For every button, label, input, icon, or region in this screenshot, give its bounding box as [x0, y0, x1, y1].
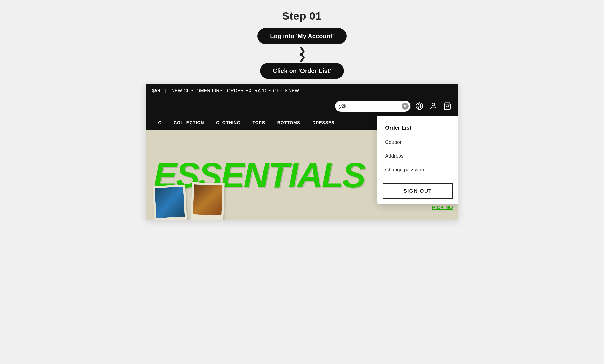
- nav-item-bottoms[interactable]: BOTTOMS: [271, 116, 307, 130]
- hero-photos: [154, 185, 224, 220]
- login-button[interactable]: Log into 'My Account': [257, 28, 347, 44]
- search-bar: ✕: [335, 101, 411, 112]
- nav-item-g[interactable]: G: [152, 116, 168, 130]
- nav-item-collection[interactable]: COLLECTION: [168, 116, 210, 130]
- pick-now-link[interactable]: PICK NO: [432, 205, 453, 210]
- photo-frame-1: [153, 185, 187, 220]
- announcement-price: $59: [152, 88, 160, 94]
- search-input[interactable]: [335, 101, 402, 111]
- photo-image-1: [155, 187, 185, 218]
- nav-item-dresses[interactable]: DRESSES: [306, 116, 341, 130]
- dropdown-change-password[interactable]: Change password: [378, 163, 458, 177]
- photo-image-2: [193, 184, 222, 215]
- sign-out-button[interactable]: SIGN OUT: [383, 183, 453, 199]
- chevron-down-icon: ❯ ❯: [298, 47, 306, 60]
- dropdown-menu: Order List Coupon Address Change passwor…: [378, 116, 458, 204]
- header-icons: [415, 102, 452, 111]
- photo-frame-2: [191, 182, 225, 220]
- dropdown-order-list[interactable]: Order List: [378, 121, 458, 135]
- nav-section: G COLLECTION CLOTHING TOPS BOTTOMS DRESS…: [146, 116, 458, 130]
- search-button[interactable]: [410, 101, 411, 112]
- dropdown-address[interactable]: Address: [378, 149, 458, 163]
- globe-icon[interactable]: [415, 102, 424, 111]
- website-container: $59 | NEW CUSTOMER FIRST ORDER EXTRA 10%…: [146, 84, 458, 220]
- dropdown-coupon[interactable]: Coupon: [378, 135, 458, 149]
- instruction-area: Step 01 Log into 'My Account' ❯ ❯ Click …: [0, 0, 604, 84]
- announcement-message: NEW CUSTOMER FIRST ORDER EXTRA 10% OFF: …: [171, 88, 299, 94]
- announcement-divider: |: [165, 88, 166, 94]
- svg-point-4: [432, 103, 435, 106]
- header: ✕: [146, 98, 458, 116]
- step-title: Step 01: [282, 10, 322, 22]
- user-icon[interactable]: [429, 102, 438, 111]
- announcement-bar: $59 | NEW CUSTOMER FIRST ORDER EXTRA 10%…: [146, 84, 458, 98]
- nav-item-tops[interactable]: TOPS: [247, 116, 271, 130]
- cart-icon[interactable]: [443, 102, 452, 111]
- clear-icon[interactable]: ✕: [402, 103, 409, 110]
- nav-item-clothing[interactable]: CLOTHING: [210, 116, 247, 130]
- order-list-button[interactable]: Click on 'Order List': [260, 63, 344, 79]
- dropdown-divider: [378, 179, 458, 179]
